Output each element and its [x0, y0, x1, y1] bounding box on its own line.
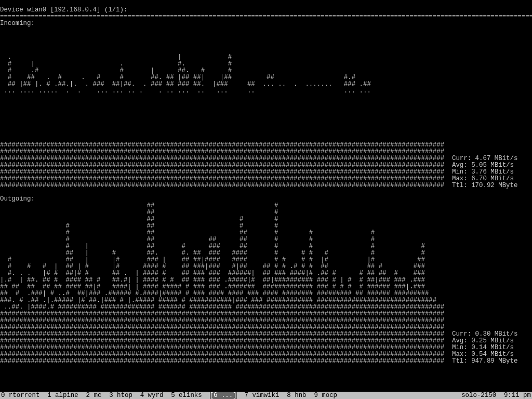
outgoing-graph: ## # ## #	[0, 203, 532, 365]
status-tabs[interactable]: 0 rtorrent 1 alpine 2 mc 3 htop 4 wyrd 5…	[1, 392, 345, 399]
status-tab[interactable]: 8 hnb	[287, 392, 306, 399]
status-tab[interactable]: 2 mc	[86, 392, 102, 399]
device-header: Device wlan0 [192.168.0.4] (1/1):	[0, 6, 127, 14]
incoming-label: Incoming:	[0, 20, 35, 27]
status-tab[interactable]: 9 mocp	[314, 392, 337, 399]
outgoing-label: Outgoing:	[0, 195, 35, 203]
status-tab[interactable]: 4 wyrd	[140, 392, 164, 399]
incoming-graph: . | # # | . #. #	[0, 27, 532, 189]
status-tab[interactable]: 5 elinks	[171, 392, 202, 399]
status-bar[interactable]: 0 rtorrent 1 alpine 2 mc 3 htop 4 wyrd 5…	[0, 392, 532, 399]
status-tab[interactable]: 1 alpine	[47, 392, 78, 399]
status-tab[interactable]: 3 htop	[109, 392, 132, 399]
status-time: 9:11 pm	[504, 392, 531, 399]
header-rule: ========================================…	[0, 13, 532, 20]
status-host: solo-2150	[461, 392, 496, 399]
status-tab[interactable]: 7 vimwiki	[245, 392, 280, 399]
status-tab[interactable]: [6 ...]	[210, 392, 237, 399]
terminal-screen: Device wlan0 [192.168.0.4] (1/1): ======…	[0, 0, 532, 371]
status-tab[interactable]: 0 rtorrent	[1, 392, 39, 399]
